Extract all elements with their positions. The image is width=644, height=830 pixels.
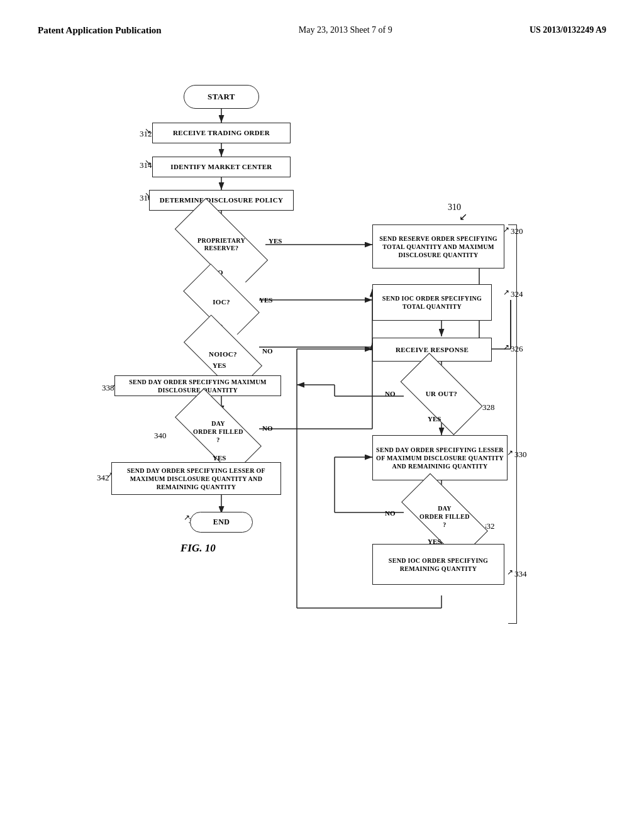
send-day-order-max: SEND DAY ORDER SPECIFYING MAXIMUM DISCLO… — [114, 375, 281, 396]
identify-market-center-label: IDENTIFY MARKET CENTER — [170, 162, 272, 171]
determine-disclosure-policy: DETERMINE DISCLOSURE POLICY — [149, 190, 294, 211]
start-label: START — [208, 92, 235, 102]
no-day: NO — [262, 424, 273, 432]
ioc-label: IOC? — [213, 297, 230, 306]
day-order-filled-label: DAYORDER FILLED? — [193, 419, 243, 444]
yes-day: YES — [213, 454, 226, 462]
no-day-right: NO — [385, 509, 396, 517]
label-340: 340 — [154, 431, 167, 441]
yes-318: YES — [269, 237, 282, 245]
ur-out-label: UR OUT? — [426, 389, 457, 398]
yes-noioc: YES — [213, 362, 226, 369]
page: Patent Application Publication May 23, 2… — [0, 0, 644, 830]
receive-response-label: RECEIVE RESPONSE — [396, 345, 469, 354]
send-ioc-order: SEND IOC ORDER SPECIFYING TOTAL QUANTITY — [372, 284, 492, 321]
flowchart: START 312 ↘ RECEIVE TRADING ORDER 314 ↘ … — [52, 74, 592, 778]
noioc-label: NOIOC? — [209, 350, 237, 358]
header-left: Patent Application Publication — [38, 25, 162, 36]
ur-out-diamond: UR OUT? — [404, 374, 479, 414]
proprietary-reserve-label: PROPRIETARYRESERVE? — [197, 237, 245, 252]
send-day-order-right-label: SEND DAY ORDER SPECIFYING LESSER OF MAXI… — [373, 446, 507, 470]
fig-caption: FIG. 10 — [180, 542, 216, 555]
label-328: 328 — [482, 402, 495, 412]
yes-urout: YES — [428, 415, 441, 423]
send-day-lesser-left-label: SEND DAY ORDER SPECIFYING LESSER OF MAXI… — [112, 467, 280, 491]
header-center: May 23, 2013 Sheet 7 of 9 — [299, 25, 392, 35]
send-ioc-remaining: SEND IOC ORDER SPECIFYING REMAINING QUAN… — [372, 544, 504, 585]
determine-disclosure-policy-label: DETERMINE DISCLOSURE POLICY — [160, 196, 284, 204]
page-header: Patent Application Publication May 23, 2… — [38, 25, 606, 36]
day-order-filled-diamond: DAYORDER FILLED? — [177, 411, 259, 452]
header-right: US 2013/0132249 A9 — [530, 25, 606, 35]
receive-trading-order: RECEIVE TRADING ORDER — [152, 123, 291, 143]
send-reserve-order-label: SEND RESERVE ORDER SPECIFYING TOTAL QUAN… — [373, 235, 504, 259]
send-ioc-order-label: SEND IOC ORDER SPECIFYING TOTAL QUANTITY — [373, 294, 491, 311]
start-node: START — [184, 85, 259, 109]
yes-ioc: YES — [259, 296, 272, 304]
end-label: END — [213, 517, 230, 528]
end-node: END — [190, 512, 253, 533]
no-noioc: NO — [262, 347, 273, 355]
send-reserve-order: SEND RESERVE ORDER SPECIFYING TOTAL QUAN… — [372, 224, 504, 268]
day-order-filled-right-label: DAYORDER FILLED? — [419, 504, 470, 529]
send-ioc-remaining-label: SEND IOC ORDER SPECIFYING REMAINING QUAN… — [373, 556, 504, 573]
receive-trading-order-label: RECEIVE TRADING ORDER — [173, 128, 270, 137]
ioc-diamond: IOC? — [187, 282, 256, 321]
no-urout: NO — [385, 390, 396, 397]
right-bracket — [508, 224, 517, 624]
send-day-order-max-label: SEND DAY ORDER SPECIFYING MAXIMUM DISCLO… — [115, 378, 280, 394]
identify-market-center: IDENTIFY MARKET CENTER — [152, 157, 291, 177]
day-order-filled-right-diamond: DAYORDER FILLED? — [404, 496, 486, 537]
send-day-order-right: SEND DAY ORDER SPECIFYING LESSER OF MAXI… — [372, 435, 508, 480]
send-day-lesser-left: SEND DAY ORDER SPECIFYING LESSER OF MAXI… — [111, 462, 281, 495]
proprietary-reserve-diamond: PROPRIETARYRESERVE? — [177, 223, 265, 267]
